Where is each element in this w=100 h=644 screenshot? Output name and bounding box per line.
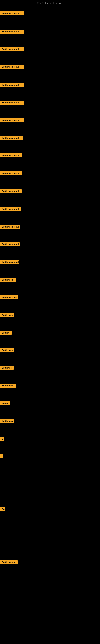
bottleneck-badge-17[interactable]: Bottleneck resu (0, 296, 18, 300)
bottleneck-item-24: Bottleneck (0, 419, 14, 424)
bottleneck-badge-12[interactable]: Bottleneck result (0, 207, 21, 211)
bottleneck-item-6: Bottleneck result (0, 100, 24, 106)
bottleneck-item-20: Bottleneck (0, 348, 14, 353)
bottleneck-badge-24[interactable]: Bottleneck (0, 419, 14, 423)
bottleneck-item-5: Bottleneck result (0, 83, 24, 88)
bottleneck-badge-21[interactable]: Bottlenec (0, 366, 14, 370)
bottleneck-item-7: Bottleneck result (0, 118, 24, 123)
bottleneck-item-11: Bottleneck result (0, 189, 22, 194)
bottleneck-item-8: Bottleneck result (0, 136, 23, 141)
bottleneck-item-28: Bottleneck re (0, 560, 18, 565)
bottleneck-badge-25[interactable]: B (0, 437, 4, 441)
bottleneck-badge-26[interactable]: | (0, 454, 3, 458)
bottleneck-badge-28[interactable]: Bottleneck re (0, 560, 18, 564)
bottleneck-badge-3[interactable]: Bottleneck result (0, 47, 24, 51)
bottleneck-badge-23[interactable]: Bottle (0, 401, 10, 405)
bottleneck-badge-19[interactable]: Bottlen (0, 331, 12, 335)
bottleneck-badge-16[interactable]: Bottleneck r (0, 278, 16, 282)
bottleneck-badge-7[interactable]: Bottleneck result (0, 118, 24, 122)
bottleneck-badge-15[interactable]: Bottleneck result (0, 260, 19, 264)
bottleneck-item-26: | (0, 454, 3, 459)
site-title: TheBottlenecker.com (0, 0, 100, 7)
bottleneck-item-1: Bottleneck result (0, 12, 24, 16)
bottleneck-item-3: Bottleneck result (0, 47, 24, 52)
bottleneck-item-22: Bottleneck r (0, 384, 16, 388)
bottleneck-badge-9[interactable]: Bottleneck result (0, 153, 22, 158)
bottleneck-badge-1[interactable]: Bottleneck result (0, 12, 24, 16)
bottleneck-badge-27[interactable]: Bo (0, 507, 5, 511)
bottleneck-item-14: Bottleneck result (0, 242, 20, 247)
bottleneck-badge-11[interactable]: Bottleneck result (0, 189, 22, 193)
bottleneck-badge-20[interactable]: Bottleneck (0, 348, 14, 352)
bottleneck-item-17: Bottleneck resu (0, 296, 18, 300)
bottleneck-item-19: Bottlen (0, 331, 12, 336)
bottleneck-item-16: Bottleneck r (0, 278, 16, 282)
bottleneck-item-21: Bottlenec (0, 366, 14, 371)
bottleneck-item-27: Bo (0, 507, 5, 512)
bottleneck-item-25: B (0, 437, 4, 442)
bottleneck-badge-6[interactable]: Bottleneck result (0, 100, 24, 105)
bottleneck-item-9: Bottleneck result (0, 153, 22, 158)
bottleneck-badge-18[interactable]: Bottleneck (0, 313, 14, 317)
bottleneck-item-4: Bottleneck result (0, 65, 24, 70)
bottleneck-badge-5[interactable]: Bottleneck result (0, 83, 24, 87)
bottleneck-badge-22[interactable]: Bottleneck r (0, 384, 16, 388)
bottleneck-badge-4[interactable]: Bottleneck result (0, 65, 24, 69)
bottleneck-badge-8[interactable]: Bottleneck result (0, 136, 23, 140)
bottleneck-item-2: Bottleneck result (0, 30, 24, 34)
bottleneck-badge-13[interactable]: Bottleneck result (0, 225, 20, 229)
bottleneck-item-12: Bottleneck result (0, 207, 21, 212)
bottleneck-badge-10[interactable]: Bottleneck result (0, 172, 22, 176)
bottleneck-item-13: Bottleneck result (0, 225, 20, 230)
bottleneck-badge-14[interactable]: Bottleneck result (0, 242, 20, 246)
bottleneck-item-23: Bottle (0, 401, 10, 406)
bottleneck-item-10: Bottleneck result (0, 172, 22, 176)
bottleneck-item-15: Bottleneck result (0, 260, 19, 265)
bottleneck-badge-2[interactable]: Bottleneck result (0, 30, 24, 34)
bottleneck-item-18: Bottleneck (0, 313, 14, 318)
